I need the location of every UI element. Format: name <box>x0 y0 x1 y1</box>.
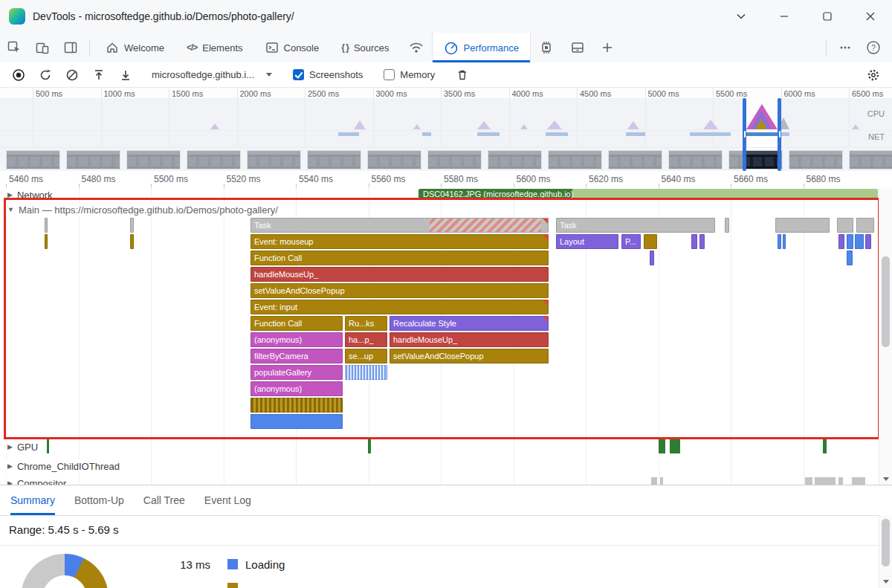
flame-bar[interactable] <box>775 218 830 233</box>
flame-bar[interactable]: Event: mouseup <box>251 234 549 249</box>
flame-bar[interactable]: setValueAndClosePopup <box>390 349 549 364</box>
tab-application[interactable] <box>562 33 593 62</box>
inspect-tool-button[interactable] <box>0 33 28 62</box>
flame-bar[interactable]: Layout <box>556 234 618 249</box>
flame-bar[interactable]: Task <box>251 218 549 233</box>
gpu-track-header[interactable]: ▶ GPU <box>0 440 38 453</box>
main-track-header[interactable]: ▼ Main — https://microsoftedge.github.io… <box>0 203 278 216</box>
child-io-track-header[interactable]: ▶ Chrome_ChildIOThread <box>0 459 120 473</box>
compositor-activity-bar[interactable] <box>660 477 663 485</box>
clear-button[interactable] <box>61 65 83 85</box>
more-options-button[interactable] <box>831 33 859 62</box>
flame-bar[interactable]: Function Call <box>251 316 343 331</box>
tab-event-log[interactable]: Event Log <box>204 485 251 515</box>
selection-handle-right[interactable] <box>778 98 781 171</box>
flame-bar[interactable] <box>345 365 387 380</box>
flame-bar[interactable]: P... <box>621 234 641 249</box>
flame-bar[interactable]: handleMouseUp_ <box>390 332 549 347</box>
flame-bar[interactable] <box>45 218 48 233</box>
capture-settings-button[interactable] <box>862 65 885 85</box>
gpu-activity-bar[interactable] <box>47 439 49 453</box>
compositor-track-header[interactable]: ▶ Compositor <box>0 476 66 485</box>
flame-bar[interactable] <box>847 251 853 265</box>
save-profile-button[interactable] <box>114 65 137 85</box>
flame-bar[interactable] <box>650 251 654 265</box>
close-button[interactable] <box>849 0 892 33</box>
overview-selection-window[interactable] <box>743 98 781 171</box>
flame-bar[interactable] <box>251 414 343 429</box>
flame-bar[interactable] <box>865 234 871 249</box>
flame-bar[interactable] <box>778 234 781 249</box>
network-track-header[interactable]: ▶ Network <box>0 188 53 201</box>
memory-checkbox-group[interactable]: Memory <box>384 69 435 80</box>
gpu-activity-bar[interactable] <box>823 439 827 453</box>
flame-bar[interactable] <box>856 218 874 233</box>
screenshots-checkbox[interactable] <box>293 69 304 80</box>
record-button[interactable] <box>7 65 30 85</box>
gpu-activity-bar[interactable] <box>659 439 665 453</box>
compositor-activity-bar[interactable] <box>651 477 657 485</box>
flame-bar[interactable]: setValueAndClosePopup <box>251 283 549 298</box>
flame-bar[interactable] <box>130 234 134 249</box>
flame-bar[interactable] <box>855 234 864 249</box>
flame-bar[interactable]: Task <box>556 218 715 233</box>
tab-sources[interactable]: { } Sources <box>330 33 400 62</box>
tab-memory[interactable] <box>531 33 562 62</box>
page-selector-dropdown[interactable]: microsoftedge.github.i... <box>152 69 272 80</box>
minimize-button[interactable] <box>763 0 806 33</box>
tab-performance[interactable]: Performance <box>432 33 531 62</box>
flame-bar[interactable]: (anonymous) <box>251 332 343 347</box>
flame-bar[interactable]: (anonymous) <box>251 381 343 396</box>
reload-and-record-button[interactable] <box>34 65 56 85</box>
screenshots-checkbox-group[interactable]: Screenshots <box>293 69 363 80</box>
load-profile-button[interactable] <box>88 65 110 85</box>
tab-elements[interactable]: </> Elements <box>175 33 254 62</box>
window-menu-button[interactable] <box>720 0 763 33</box>
tab-network[interactable] <box>401 33 432 62</box>
tracks-scrollbar[interactable] <box>879 187 892 485</box>
flame-bar[interactable]: filterByCamera <box>251 349 343 364</box>
tab-welcome[interactable]: Welcome <box>94 33 175 62</box>
scrollbar-thumb[interactable] <box>882 519 890 566</box>
tab-bottom-up[interactable]: Bottom-Up <box>74 485 124 515</box>
flame-bar[interactable]: Ru...ks <box>345 316 387 331</box>
flame-bar[interactable] <box>130 218 134 233</box>
gpu-activity-bar[interactable] <box>368 439 371 453</box>
flame-bar[interactable] <box>837 218 853 233</box>
flame-bar[interactable]: Event: input <box>251 300 549 314</box>
flame-bar[interactable] <box>847 234 853 249</box>
dock-panel-button[interactable] <box>56 33 85 62</box>
flame-bar[interactable] <box>699 234 705 249</box>
tab-summary[interactable]: Summary <box>10 485 55 515</box>
tab-call-tree[interactable]: Call Tree <box>143 485 185 515</box>
flame-bar[interactable] <box>838 234 844 249</box>
memory-checkbox[interactable] <box>384 69 395 80</box>
scroll-down-button[interactable] <box>879 473 892 485</box>
compositor-activity-bar[interactable] <box>805 477 812 485</box>
compositor-activity-bar[interactable] <box>852 477 865 485</box>
network-request-bar[interactable]: DSC04162.JPG (microsoftedge.github.io) <box>418 189 878 200</box>
flame-bar[interactable]: Recalculate Style <box>390 316 549 331</box>
tab-console[interactable]: Console <box>254 33 331 62</box>
selection-handle-left[interactable] <box>743 98 746 171</box>
flame-bar[interactable]: se...up <box>345 349 387 364</box>
flame-bar[interactable] <box>251 398 343 413</box>
maximize-button[interactable] <box>806 0 849 33</box>
flame-bar[interactable] <box>725 218 729 233</box>
device-emulation-button[interactable] <box>28 33 56 62</box>
summary-scrollbar[interactable] <box>879 516 892 588</box>
more-tools-button[interactable] <box>593 33 621 62</box>
scroll-down-button[interactable] <box>879 575 892 587</box>
gpu-activity-bar[interactable] <box>670 439 680 453</box>
flame-bar[interactable] <box>691 234 697 249</box>
flame-bar[interactable]: ha...p_ <box>345 332 387 347</box>
flame-bar[interactable] <box>45 234 48 249</box>
flame-bar[interactable]: handleMouseUp_ <box>251 267 549 282</box>
flame-bar[interactable] <box>783 234 786 249</box>
compositor-activity-bar[interactable] <box>815 477 836 485</box>
help-button[interactable]: ? <box>859 33 888 62</box>
flame-bar[interactable]: populateGallery <box>251 365 343 380</box>
delete-recording-button[interactable] <box>451 65 474 85</box>
compositor-activity-bar[interactable] <box>838 477 843 485</box>
flame-bar[interactable]: Function Call <box>251 251 549 265</box>
